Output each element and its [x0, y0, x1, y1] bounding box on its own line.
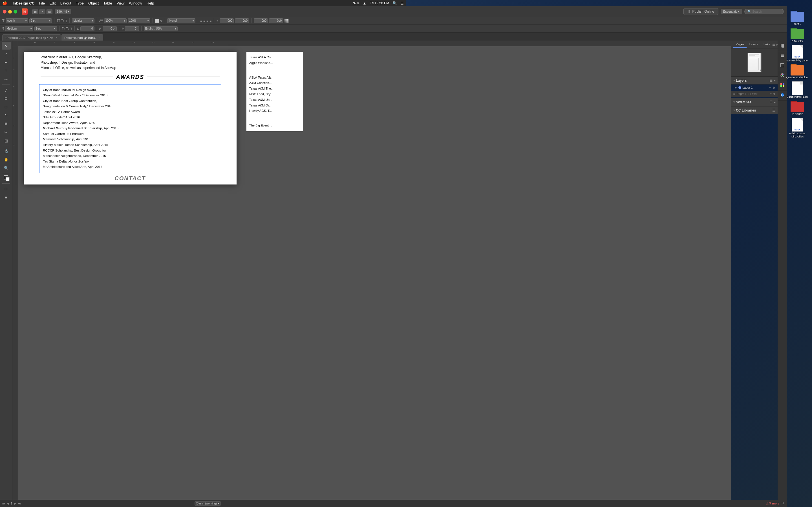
font-dropdown-icon: ▾ — [26, 19, 27, 22]
close-button[interactable] — [3, 10, 6, 13]
menu-layout[interactable]: Layout — [60, 1, 71, 5]
menu-table[interactable]: Table — [103, 1, 112, 5]
minimize-button[interactable] — [8, 10, 12, 13]
zoom-value: 199.4% — [57, 10, 67, 13]
direct-select-tool[interactable]: ↗ — [2, 50, 11, 58]
fill-color[interactable] — [2, 174, 11, 182]
rectangle-tool[interactable]: □ — [2, 103, 11, 111]
of-line-6: MSC Lead, Sop... — [249, 92, 300, 97]
vert-align-icon: ⊡ — [77, 27, 79, 30]
horizontal-scale[interactable]: 100% ▾ — [104, 18, 126, 23]
menu-view[interactable]: View — [117, 1, 124, 5]
selection-tool[interactable]: ↖ — [2, 42, 11, 50]
zoom-tool[interactable]: 🔍 — [2, 164, 11, 172]
underline-icon: T̲ — [70, 27, 72, 30]
right-indent-field[interactable]: 0p0 — [269, 18, 283, 23]
align-center-icon[interactable]: ≡ — [203, 19, 205, 23]
awards-text-frame[interactable]: City of Bonn Individual Design Award, "B… — [39, 84, 221, 173]
document-page: Proficient in AutoCAD, Google Sketchup, … — [24, 52, 237, 184]
space-before-icon: ⇥ — [216, 19, 218, 22]
font-selector[interactable]: Avenir ▾ — [6, 18, 28, 23]
gradient-tool[interactable]: ◫ — [2, 136, 11, 145]
hand-tool[interactable]: ✋ — [2, 156, 11, 163]
vertical-scale[interactable]: 100% ▾ — [128, 18, 150, 23]
color-box-icon — [155, 19, 159, 23]
award-8: RCCCP Scholarship, Best Design Group for… — [43, 148, 217, 159]
clock: Fri 12:58 PM — [370, 1, 389, 5]
of-line-2: Aggie Worksho... — [249, 60, 300, 66]
rotate-tool[interactable]: ↻ — [2, 111, 11, 119]
tab-resume-close[interactable]: ✕ — [98, 36, 100, 39]
ptsize-dropdown-2: ▾ — [54, 27, 56, 30]
separator-7 — [214, 18, 214, 23]
style-selector[interactable]: Medium ▾ — [5, 26, 33, 31]
battery-status: 97% — [353, 1, 359, 5]
of-line-5: Texas A&M The... — [249, 86, 300, 92]
of-divider-2 — [249, 115, 300, 121]
ruler-tick-10: 10 — [133, 41, 135, 44]
align-left-icon[interactable]: ≡ — [200, 19, 202, 23]
no-color-icon: ⊘ — [160, 19, 162, 22]
indent-field[interactable]: 0p0 — [254, 18, 268, 23]
space-after-field[interactable]: 0p0 — [235, 18, 249, 23]
scissors-tool[interactable]: ✂ — [2, 128, 11, 136]
controls-icon[interactable]: ☰ — [400, 1, 404, 5]
ruler-left: 1 2 3 4 5 6 — [12, 46, 18, 253]
ruler-tick-18: 18 — [211, 41, 214, 44]
overflow-text: Texas ASLA Co... Aggie Worksho... ASLA T… — [249, 55, 300, 128]
award-5: Michael Murphy Endowed Scholarship, Apri… — [43, 126, 217, 131]
ruler-left-label-4: 4 — [13, 105, 15, 107]
align-right-icon[interactable]: ≡ — [206, 19, 208, 23]
apple-menu[interactable]: 🍎 — [2, 1, 7, 5]
caps-icon: T̲ — [65, 19, 67, 22]
menu-object[interactable]: Object — [88, 1, 99, 5]
skills-line-1: Proficient in AutoCAD, Google Sketchup, — [41, 55, 220, 60]
menu-type[interactable]: Type — [76, 1, 84, 5]
language-selector[interactable]: English: USA ▾ — [144, 26, 177, 31]
scale-tool[interactable]: ⊠ — [2, 120, 11, 128]
ruler-left-label-2: 2 — [13, 69, 15, 70]
normal-mode[interactable]: □ — [2, 185, 11, 193]
pt-size-selector-2[interactable]: 9 pt ▾ — [35, 26, 57, 31]
preview-mode[interactable]: ■ — [2, 193, 11, 201]
rotation-field[interactable]: 0° — [125, 26, 139, 31]
layout-icon-btn[interactable]: ⊞ — [33, 9, 38, 14]
rectangle-frame-tool[interactable]: ⊡ — [2, 94, 11, 102]
maximize-button[interactable] — [13, 10, 17, 13]
kerning-value: Metrics — [73, 19, 82, 22]
search-icon[interactable]: 🔍 — [393, 1, 397, 5]
tab-portfolio-label: *Portfolio 2017 Pages.indd @ 49% — [5, 36, 53, 40]
justify-icon[interactable]: ≡ — [209, 19, 211, 23]
pencil-tool[interactable]: ✏ — [2, 75, 11, 83]
skew-field[interactable]: 0 pt — [103, 26, 117, 31]
preflight-btn[interactable]: ✓ — [40, 9, 45, 14]
font-size-selector[interactable]: 9 pt ▾ — [29, 18, 52, 23]
tab-resume[interactable]: Resume.indd @ 199% ✕ — [61, 34, 103, 41]
tab-portfolio-close[interactable]: ✕ — [56, 36, 58, 39]
space-before-field[interactable]: 0p0 — [220, 18, 234, 23]
type-tool[interactable]: T — [2, 67, 11, 75]
menu-help[interactable]: Help — [147, 1, 154, 5]
type-size-icon: TT — [57, 19, 60, 22]
zoom-control[interactable]: 199.4% ▾ — [55, 9, 71, 14]
tool-separator-2 — [2, 146, 10, 146]
ruler-corner — [12, 41, 18, 46]
pen-tool[interactable]: ✒ — [2, 59, 11, 66]
character-style[interactable]: [None] ▾ — [167, 18, 195, 23]
kerning-selector[interactable]: Metrics ▾ — [72, 18, 94, 23]
menu-edit[interactable]: Edit — [49, 1, 56, 5]
eyedropper-tool[interactable]: 🔬 — [2, 147, 11, 155]
ruler-tick-12: 12 — [152, 41, 155, 44]
tab-portfolio[interactable]: *Portfolio 2017 Pages.indd @ 49% ✕ — [2, 34, 61, 41]
ruler-left-label-5: 5 — [13, 125, 15, 126]
awards-line-right — [147, 76, 220, 77]
baseline-field[interactable]: 0 — [80, 26, 94, 31]
line-tool[interactable]: ╱ — [2, 86, 11, 94]
view-options-btn[interactable]: ⊡ — [47, 9, 52, 14]
app-name[interactable]: InDesign CC — [13, 1, 35, 5]
menu-window[interactable]: Window — [129, 1, 142, 5]
separator-5 — [165, 18, 165, 23]
ruler-left-label-1: 1 — [13, 57, 15, 59]
menu-file[interactable]: File — [39, 1, 45, 5]
canvas[interactable]: 0 2 4 6 8 10 12 14 16 18 1 2 3 — [12, 41, 406, 253]
